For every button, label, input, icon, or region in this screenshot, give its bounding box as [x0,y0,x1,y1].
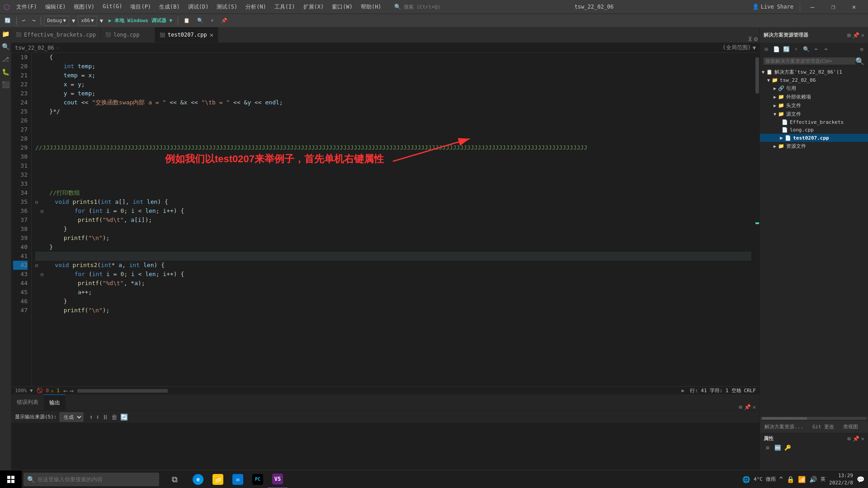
properties-pin-icon[interactable]: 📌 [853,436,859,442]
toolbar-undo[interactable]: ↩ [19,17,28,24]
toolbar-icon-8[interactable]: ⚙ [857,45,866,54]
taskbar-usb-icon[interactable]: 🔒 [787,476,794,483]
breadcrumb-project[interactable]: tsw_22_02_06 [15,45,54,51]
tab-class-view[interactable]: 类视图 [839,421,863,433]
activity-extensions[interactable]: ⬛ [0,80,10,89]
minimize-button[interactable]: — [802,0,823,14]
right-panel-pin-icon[interactable]: 📌 [853,32,859,38]
start-button[interactable] [0,470,22,488]
editor-container[interactable]: 19 20 21 22 23 24 25 26 27 28 29 30 31 3… [11,53,760,386]
taskbar-vs[interactable]: VS [268,470,288,488]
output-pause-icon[interactable]: ⏸ [102,413,108,421]
prop-sort-icon[interactable]: 🔤 [774,444,782,452]
activity-search[interactable]: 🔍 [0,42,10,52]
toolbar-icon-5[interactable]: 🔍 [802,45,811,54]
toolbar-icon-4[interactable]: ⚡ [792,45,801,54]
scrollbar-thumb[interactable] [755,57,759,94]
toolbar-icon-3[interactable]: 🔄 [782,45,791,54]
taskbar-notification-icon[interactable]: 💬 [857,476,864,483]
taskbar-edge[interactable]: e [188,470,208,488]
taskbar-system-tray[interactable]: ^ [779,476,783,483]
search-icon[interactable]: 🔍 [855,57,864,66]
solution-search-input[interactable] [764,57,855,65]
right-panel-search[interactable]: 🔍 [760,56,868,67]
output-refresh-icon[interactable]: 🔄 [120,413,128,421]
tab-solution-explorer[interactable]: 解决方案资源... [760,421,808,433]
tree-header-files[interactable]: ▶ 📁 头文件 [760,101,868,110]
nav-back-icon[interactable]: ← [63,386,68,395]
prop-grid-icon[interactable]: ⊞ [764,444,772,452]
taskbar-pycharm[interactable]: PC [248,470,268,488]
menu-git[interactable]: Git(G) [99,2,126,12]
menu-extensions[interactable]: 扩展(X) [300,2,328,12]
taskbar-explorer[interactable]: 📁 [208,470,228,488]
tree-file-long[interactable]: 📄 long.cpp [760,126,868,134]
taskbar-clock[interactable]: 13:29 2022/2/8 [829,472,853,486]
live-share-button[interactable]: 👤 Live Share [748,3,798,11]
taskbar-wifi-icon[interactable]: 📶 [798,476,806,483]
warning-badge[interactable]: ⚠ 1 [51,388,60,394]
toolbar-icon-1[interactable]: ⊟ [762,45,771,54]
menu-help[interactable]: 帮助(H) [357,2,385,12]
tree-external-deps[interactable]: ▶ 📁 外部依赖项 [760,93,868,101]
menu-file[interactable]: 文件(F) [13,2,41,12]
toolbar-redo[interactable]: ↪ [30,17,38,24]
tree-project[interactable]: ▼ 📁 tsw_22_02_06 [760,76,868,84]
panel-float-icon[interactable]: ⊞ [739,404,742,410]
activity-explorer[interactable]: 📁 [0,29,10,39]
tree-file-effective[interactable]: 📄 Effective_brackets [760,118,868,126]
toolbar-new[interactable]: 🔄 [2,17,14,24]
menu-tools[interactable]: 工具(I) [271,2,299,12]
toolbar-icon-6[interactable]: ⬅ [811,45,821,54]
close-button[interactable]: ✕ [844,0,864,14]
taskbar-mail[interactable]: ✉ [228,470,248,488]
tab-git-changes[interactable]: Git 更改 [808,421,839,433]
solution-h-scrollbar[interactable] [762,417,866,420]
panel-pin-icon[interactable]: 📌 [744,404,751,410]
properties-close-icon[interactable]: ✕ [861,436,864,442]
scroll-right-icon[interactable]: ▶ [682,388,685,394]
menu-test[interactable]: 测试(S) [213,2,241,12]
tree-references[interactable]: ▶ 🔗 引用 [760,84,868,93]
toolbar-misc3[interactable]: ⚡ [208,17,217,24]
tab-output[interactable]: 输出 [44,394,66,410]
menu-build[interactable]: 生成(B) [156,2,184,12]
taskbar-task-view[interactable]: ⧉ [165,470,184,488]
activity-debug[interactable]: 🐛 [0,67,10,77]
output-scroll-top-icon[interactable]: ⬆ [90,413,93,421]
toolbar-misc1[interactable]: 📋 [181,17,193,24]
code-area[interactable]: { int temp; temp = x; x = y; y = temp; c… [32,53,755,386]
nav-forward-icon[interactable]: → [70,386,74,395]
title-search[interactable]: 搜索 (Ctrl+Q) [404,4,441,10]
tab-close-icon[interactable]: ✕ [210,31,213,38]
right-panel-float-icon[interactable]: ⊞ [848,32,851,38]
platform-dropdown[interactable]: x86 ▼ [78,16,97,26]
toolbar-icon-2[interactable]: 📄 [772,45,781,54]
menu-window[interactable]: 窗口(W) [328,2,356,12]
menu-debug[interactable]: 调试(D) [184,2,212,12]
menu-project[interactable]: 项目(P) [127,2,155,12]
output-clear-icon[interactable]: 🗑 [111,413,118,421]
tree-file-test0207[interactable]: ▶ 📄 test0207.cpp [760,134,868,142]
tab-long[interactable]: ⬛ long.cpp [101,27,155,42]
activity-git[interactable]: ⎇ [0,54,10,64]
error-badge[interactable]: 🚫 0 [37,388,49,394]
output-scroll-bottom-icon[interactable]: ⬇ [96,413,99,421]
prop-filter-icon[interactable]: 🔑 [783,444,792,452]
menu-analyze[interactable]: 分析(N) [242,2,270,12]
properties-float-icon[interactable]: ⊞ [848,436,851,442]
taskbar-search-input[interactable] [38,476,156,483]
tree-resource-files[interactable]: ▶ 📁 资源文件 [760,142,868,150]
debug-mode-dropdown[interactable]: Debug ▼ [44,16,69,26]
menu-view[interactable]: 视图(V) [70,2,98,12]
taskbar-search-bar[interactable]: 🔍 [24,473,159,486]
tree-solution[interactable]: ▼ 📋 解决方案'tsw_22_02_06'(1 [760,68,868,76]
tab-effective-brackets[interactable]: ⬛ Effective_brackets.cpp [11,27,101,42]
toolbar-misc2[interactable]: 🔍 [194,17,206,24]
run-button[interactable]: ▶ 本地 Windows 调试器 ▼ [106,16,175,25]
output-source-select[interactable]: 生成 [60,413,83,422]
horizontal-scrollbar[interactable] [77,389,678,393]
toolbar-misc4[interactable]: 📌 [218,17,230,24]
vertical-scrollbar[interactable] [755,53,760,386]
toolbar-icon-7[interactable]: ➡ [821,45,830,54]
